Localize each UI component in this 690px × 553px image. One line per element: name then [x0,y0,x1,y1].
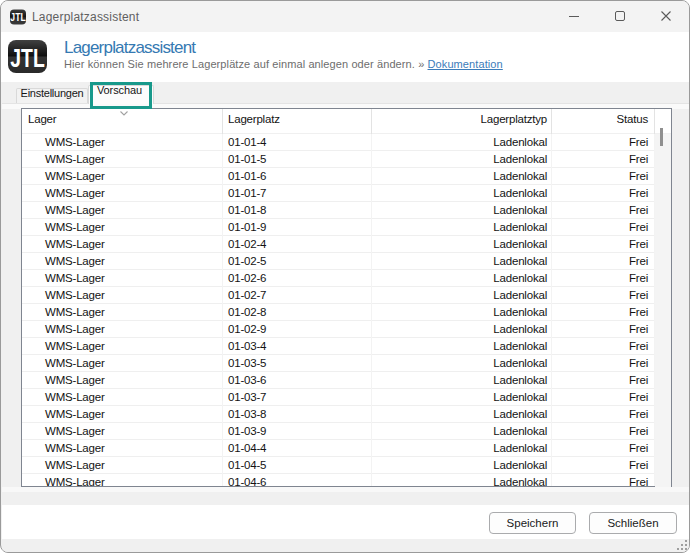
svg-text:JTL: JTL [10,11,25,23]
svg-text:JTL: JTL [10,44,45,72]
